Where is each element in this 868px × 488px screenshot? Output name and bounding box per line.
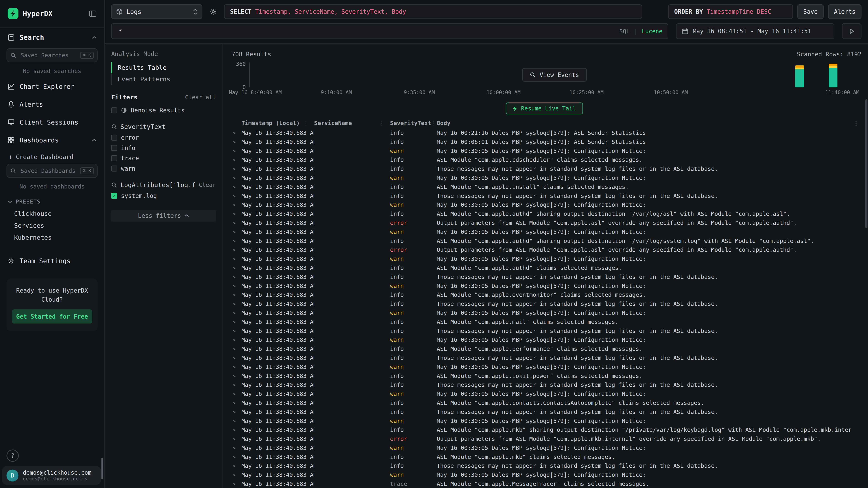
log-row[interactable]: > May 16 11:38:40.683 AM warn May 16 00:… — [227, 308, 862, 318]
row-expand-icon[interactable]: > — [231, 200, 241, 209]
create-dashboard-button[interactable]: + Create Dashboard — [0, 149, 104, 163]
row-expand-icon[interactable]: > — [231, 246, 241, 255]
log-row[interactable]: > May 16 11:38:40.683 AM warn May 16 00:… — [227, 200, 862, 209]
row-expand-icon[interactable]: > — [231, 219, 241, 228]
checkbox[interactable] — [111, 107, 117, 113]
log-row[interactable]: > May 16 11:38:40.683 AM info Those mess… — [227, 381, 862, 390]
alerts-button[interactable]: Alerts — [828, 4, 862, 19]
log-row[interactable]: > May 16 11:38:40.683 AM info ASL Module… — [227, 183, 862, 192]
row-expand-icon[interactable]: > — [231, 461, 241, 470]
sidebar-item-dashboards[interactable]: Dashboards — [0, 131, 104, 149]
log-row[interactable]: > May 16 11:38:40.683 AM warn May 16 00:… — [227, 390, 862, 398]
col-timestamp[interactable]: Timestamp (Local)⋮ — [241, 120, 314, 126]
sidebar-item-client-sessions[interactable]: Client Sessions — [0, 113, 104, 131]
row-expand-icon[interactable]: > — [231, 192, 241, 201]
query-field[interactable] — [117, 27, 615, 35]
log-row[interactable]: > May 16 11:38:40.683 AM trace ASL Modul… — [227, 480, 862, 488]
view-events-button[interactable]: View Events — [522, 68, 587, 82]
row-expand-icon[interactable]: > — [231, 228, 241, 236]
log-row[interactable]: > May 16 11:38:40.683 AM info May 16 00:… — [227, 129, 862, 137]
log-row[interactable]: > May 16 11:38:40.683 AM warn May 16 00:… — [227, 363, 862, 371]
user-menu[interactable]: D demos@clickhouse.com demos@clickhouse.… — [2, 466, 101, 485]
results-scrollbar[interactable] — [865, 99, 867, 228]
saved-searches-field[interactable] — [20, 52, 77, 59]
row-expand-icon[interactable]: > — [231, 417, 241, 426]
sidebar-item-team-settings[interactable]: Team Settings — [0, 252, 104, 270]
log-row[interactable]: > May 16 11:38:40.683 AM info ASL Module… — [227, 318, 862, 327]
sql-mode-toggle[interactable]: SQL — [619, 28, 630, 35]
get-started-button[interactable]: Get Started for Free — [12, 310, 92, 324]
log-row[interactable]: > May 16 11:38:40.683 AM warn May 16 00:… — [227, 444, 862, 453]
log-row[interactable]: > May 16 11:38:40.683 AM info ASL Module… — [227, 453, 862, 462]
row-expand-icon[interactable]: > — [231, 147, 241, 156]
log-row[interactable]: > May 16 11:38:40.683 AM error Output pa… — [227, 246, 862, 255]
histogram-bar[interactable] — [795, 65, 804, 87]
checkbox[interactable] — [111, 145, 117, 151]
log-row[interactable]: > May 16 11:38:40.683 AM info Those mess… — [227, 354, 862, 363]
query-bar[interactable]: SQL | Lucene — [111, 23, 669, 39]
log-row[interactable]: > May 16 11:38:40.683 AM info Those mess… — [227, 272, 862, 282]
log-row[interactable]: > May 16 11:38:40.683 AM info Those mess… — [227, 164, 862, 173]
checkbox[interactable] — [111, 193, 117, 199]
row-expand-icon[interactable]: > — [231, 299, 241, 308]
row-expand-icon[interactable]: > — [231, 470, 241, 480]
row-expand-icon[interactable]: > — [231, 408, 241, 417]
col-servicename[interactable]: ServiceName⋮ — [314, 120, 390, 126]
col-body[interactable]: Body — [437, 120, 850, 126]
row-expand-icon[interactable]: > — [231, 308, 241, 318]
column-drag-handle[interactable]: ⋮ — [431, 120, 437, 126]
lucene-mode-toggle[interactable]: Lucene — [642, 28, 662, 35]
log-row[interactable]: > May 16 11:38:40.683 AM info ASL Module… — [227, 209, 862, 219]
row-expand-icon[interactable]: > — [231, 480, 241, 488]
row-expand-icon[interactable]: > — [231, 453, 241, 462]
save-button[interactable]: Save — [797, 4, 824, 19]
checkbox[interactable] — [111, 135, 117, 141]
log-row[interactable]: > May 16 11:38:40.683 AM info May 16 00:… — [227, 137, 862, 147]
log-row[interactable]: > May 16 11:38:40.683 AM warn May 16 00:… — [227, 173, 862, 183]
column-drag-handle[interactable]: ⋮ — [303, 120, 309, 126]
denoise-checkbox[interactable]: Denoise Results — [111, 105, 216, 116]
severity-option-error[interactable]: error — [111, 132, 216, 143]
log-row[interactable]: > May 16 11:38:40.683 AM warn May 16 00:… — [227, 417, 862, 426]
row-expand-icon[interactable]: > — [231, 236, 241, 246]
log-row[interactable]: > May 16 11:38:40.683 AM info ASL Module… — [227, 371, 862, 381]
table-options-icon[interactable]: ⋮ — [850, 120, 862, 126]
log-row[interactable]: > May 16 11:38:40.683 AM info Those mess… — [227, 461, 862, 470]
source-settings-gear-icon[interactable] — [207, 5, 220, 18]
log-row[interactable]: > May 16 11:38:40.683 AM info ASL Module… — [227, 290, 862, 299]
row-expand-icon[interactable]: > — [231, 164, 241, 173]
log-row[interactable]: > May 16 11:38:40.683 AM info Those mess… — [227, 327, 862, 336]
collapse-sidebar-icon[interactable] — [89, 10, 97, 17]
log-row[interactable]: > May 16 11:38:40.683 AM info ASL Module… — [227, 345, 862, 354]
severity-option-warn[interactable]: warn — [111, 163, 216, 174]
orderby-input[interactable]: ORDER BY TimestampTime DESC — [668, 4, 793, 19]
row-expand-icon[interactable]: > — [231, 318, 241, 327]
row-expand-icon[interactable]: > — [231, 363, 241, 371]
row-expand-icon[interactable]: > — [231, 381, 241, 390]
row-expand-icon[interactable]: > — [231, 425, 241, 434]
help-button[interactable]: ? — [6, 450, 19, 462]
row-expand-icon[interactable]: > — [231, 272, 241, 282]
log-row[interactable]: > May 16 11:38:40.683 AM info ASL Module… — [227, 425, 862, 434]
sidebar-item-alerts[interactable]: Alerts — [0, 95, 104, 113]
row-expand-icon[interactable]: > — [231, 444, 241, 453]
row-expand-icon[interactable]: > — [231, 398, 241, 408]
row-expand-icon[interactable]: > — [231, 183, 241, 192]
live-tail-button[interactable] — [842, 23, 862, 39]
select-clause-input[interactable]: SELECT Timestamp, ServiceName, SeverityT… — [224, 4, 642, 19]
row-expand-icon[interactable]: > — [231, 371, 241, 381]
row-expand-icon[interactable]: > — [231, 327, 241, 336]
log-row[interactable]: > May 16 11:38:40.683 AM info ASL Module… — [227, 236, 862, 246]
saved-dashboards-input[interactable]: ⌘ K — [6, 164, 98, 178]
saved-dashboards-field[interactable] — [20, 167, 77, 174]
log-row[interactable]: > May 16 11:38:40.683 AM warn May 16 00:… — [227, 470, 862, 480]
checkbox[interactable] — [111, 166, 117, 171]
row-expand-icon[interactable]: > — [231, 173, 241, 183]
log-row[interactable]: > May 16 11:38:40.683 AM info Those mess… — [227, 192, 862, 201]
log-row[interactable]: > May 16 11:38:40.683 AM info ASL Module… — [227, 156, 862, 164]
row-expand-icon[interactable]: > — [231, 434, 241, 444]
sidebar-scrollbar[interactable] — [101, 458, 103, 479]
row-expand-icon[interactable]: > — [231, 335, 241, 345]
log-row[interactable]: > May 16 11:38:40.683 AM info Those mess… — [227, 299, 862, 308]
row-expand-icon[interactable]: > — [231, 156, 241, 164]
